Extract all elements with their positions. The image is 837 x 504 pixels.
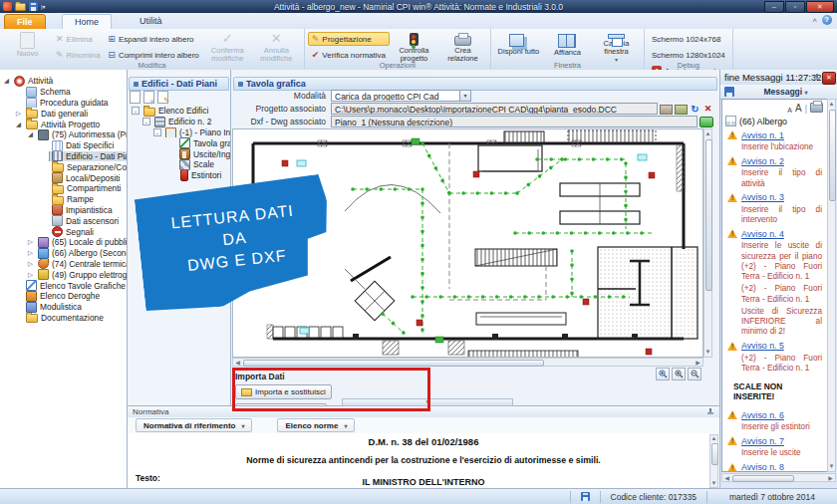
edit-page-icon[interactable] — [157, 91, 168, 104]
zoom-window-icon[interactable] — [656, 368, 670, 380]
tree-item[interactable]: Schema — [0, 87, 127, 98]
tree-item[interactable]: ▷ (74) Centrale termica (Secondaria) — [0, 259, 127, 270]
expander-box-icon[interactable]: - — [153, 128, 161, 136]
print-icon[interactable] — [810, 103, 823, 113]
pin-icon[interactable] — [706, 408, 713, 415]
elimina-button[interactable]: ✕ Elimina — [52, 32, 104, 46]
tab-home[interactable]: Home — [62, 14, 112, 30]
scroll-up-icon[interactable]: ▲ — [704, 130, 711, 137]
scroll-down-icon[interactable]: ▼ — [828, 463, 835, 470]
minimize-button[interactable]: – — [764, 1, 784, 13]
scroll-down-icon[interactable]: ▼ — [710, 480, 717, 487]
verifica-normativa-button[interactable]: ✔ Verifica normativa — [308, 48, 390, 62]
messages-dropdown[interactable]: Messaggi ▾ — [734, 87, 837, 97]
avviso-link[interactable]: Avviso n. 1 — [741, 130, 784, 140]
annulla-modifiche-button[interactable]: ✕ Annulla modifiche — [252, 31, 301, 64]
tree-item[interactable]: Scale — [130, 159, 230, 170]
tree-item[interactable]: Compartimenti — [0, 183, 127, 194]
avviso-link[interactable]: Avviso n. 7 — [741, 436, 784, 446]
scrollbar-thumb[interactable] — [711, 443, 718, 465]
pin-icon[interactable] — [813, 74, 820, 81]
scroll-down-icon[interactable]: ▼ — [704, 349, 711, 356]
elenco-norme-button[interactable]: Elenco norme ▾ — [277, 418, 355, 432]
scroll-right-icon[interactable]: ▶ — [827, 475, 834, 482]
expander-icon[interactable]: ◢ — [2, 77, 11, 85]
schermo-1024-button[interactable]: Schermo 1024x768 — [648, 32, 729, 46]
scroll-left-icon[interactable]: ◀ — [723, 475, 730, 482]
tab-utilita[interactable]: Utilità — [128, 14, 174, 28]
tree-item[interactable]: Edificio - Dati Piani — [0, 151, 127, 162]
messages-close-icon[interactable]: ✕ — [822, 72, 836, 85]
zoom-in-icon[interactable] — [672, 368, 686, 380]
crea-relazione-button[interactable]: Crea relazione — [438, 31, 487, 64]
tree-item[interactable]: Locali/Depositi — [0, 172, 127, 183]
tree-item[interactable]: Elenco Deroghe — [0, 291, 127, 302]
tree-item[interactable]: Dati ascensori — [0, 215, 127, 226]
avviso-link[interactable]: Avviso n. 5 — [741, 341, 784, 351]
scrollbar-thumb[interactable] — [705, 139, 712, 291]
scrollbar-thumb[interactable] — [243, 360, 544, 367]
tree-item[interactable]: Dati Specifici — [0, 140, 127, 151]
tree-item[interactable]: - (-1) - Piano Interrato — [130, 127, 230, 138]
save-icon[interactable] — [29, 2, 38, 11]
messages-horizontal-scrollbar[interactable]: ◀ ▶ — [721, 473, 836, 482]
tree-item[interactable]: Elenco Tavole Grafiche — [0, 280, 127, 291]
normativa-document[interactable]: D.M. n. 38 del 01/02/1986 Norme di sicur… — [128, 433, 719, 488]
tree-item[interactable]: ◢ Attività Progetto — [0, 119, 127, 129]
dwg-layers-icon[interactable] — [699, 117, 713, 127]
scroll-up-icon[interactable]: ▲ — [828, 101, 835, 108]
tree-item[interactable]: ▷ (49) Gruppo elettrogeno (Secondaria) — [0, 269, 127, 280]
tree-item[interactable]: ◢ (75) Autorimessa (Principale) — [0, 129, 127, 140]
ribbon-collapse-icon[interactable]: ˄ — [812, 16, 817, 25]
conferma-modifiche-button[interactable]: ✓ Conferma modifiche — [203, 31, 252, 64]
avviso-link[interactable]: Avviso n. 6 — [741, 410, 784, 420]
zoom-out-icon[interactable] — [688, 368, 701, 380]
disponi-tutto-button[interactable]: Disponi tutto — [494, 31, 543, 64]
affianca-button[interactable]: Affianca — [543, 31, 592, 64]
open-icon[interactable] — [15, 3, 26, 11]
avviso-link[interactable]: Avviso n. 4 — [741, 229, 784, 239]
refresh-icon[interactable]: ↻ — [690, 104, 700, 115]
statusbar-save[interactable] — [570, 491, 600, 503]
tree-item[interactable]: Modulistica — [0, 302, 127, 313]
modalita-select[interactable]: Carica da progetto CPI Cad — [331, 90, 460, 102]
tree-item[interactable]: Procedura guidata — [0, 98, 127, 109]
avviso-link[interactable]: Avviso n. 8 — [741, 462, 784, 471]
scroll-left-icon[interactable]: ◀ — [234, 360, 241, 367]
scrollbar-thumb[interactable] — [732, 475, 794, 482]
rinomina-button[interactable]: ✎ Rinomina — [52, 48, 104, 62]
progetto-field[interactable]: C:\Users\p.monaco\Desktop\ImportazioneCP… — [331, 103, 658, 115]
tree-item[interactable]: Segnali — [0, 226, 127, 237]
help-icon[interactable]: ? — [822, 15, 832, 25]
tree-item[interactable]: Documentazione — [0, 313, 127, 324]
avviso-link[interactable]: Avviso n. 3 — [741, 192, 784, 202]
expander-icon[interactable]: ▷ — [26, 260, 35, 268]
maximize-button[interactable]: ▫ — [785, 1, 805, 13]
messages-vertical-scrollbar[interactable]: ▲ ▼ — [827, 99, 836, 472]
expander-icon[interactable]: ▷ — [26, 249, 35, 257]
tree-item[interactable]: ▷ (65) Locale di pubblico spettacolo (Se — [0, 237, 127, 248]
progettazione-button[interactable]: ✎ Progettazione — [308, 32, 390, 46]
tab-file[interactable]: File — [4, 14, 46, 30]
scroll-up-icon[interactable]: ▲ — [710, 435, 717, 442]
canvas-horizontal-scrollbar[interactable]: ◀ ▶ — [232, 358, 703, 367]
document-vertical-scrollbar[interactable]: ▲ ▼ — [709, 434, 718, 488]
cambia-finestra-button[interactable]: Cambia finestra ▾ — [592, 31, 641, 64]
quick-access-dropdown-icon[interactable]: |▾ — [41, 4, 46, 10]
dxf-field[interactable]: Piano_1 (Nessuna descrizione) — [331, 116, 698, 127]
espandi-albero-button[interactable]: ⊞ Espandi intero albero — [104, 32, 202, 46]
delete-page-icon[interactable] — [143, 91, 154, 104]
tree-item[interactable]: Rampe — [0, 194, 127, 205]
expander-icon[interactable]: ▷ — [14, 110, 23, 118]
tree-item[interactable]: ▷ (66) Albergo (Secondaria) — [0, 248, 127, 259]
app-icon[interactable] — [3, 2, 12, 11]
export-icon[interactable] — [660, 105, 673, 115]
scrollbar-thumb[interactable] — [829, 110, 836, 201]
remove-icon[interactable]: ✕ — [702, 104, 713, 115]
expander-icon[interactable]: ◢ — [14, 121, 23, 128]
font-increase-icon[interactable]: A — [795, 103, 802, 114]
expander-box-icon[interactable]: - — [142, 118, 150, 126]
new-page-icon[interactable] — [130, 91, 140, 104]
tree-item[interactable]: Uscite/Ingressi — [130, 148, 230, 159]
tree-item[interactable]: - Elenco Edifici — [130, 106, 230, 117]
